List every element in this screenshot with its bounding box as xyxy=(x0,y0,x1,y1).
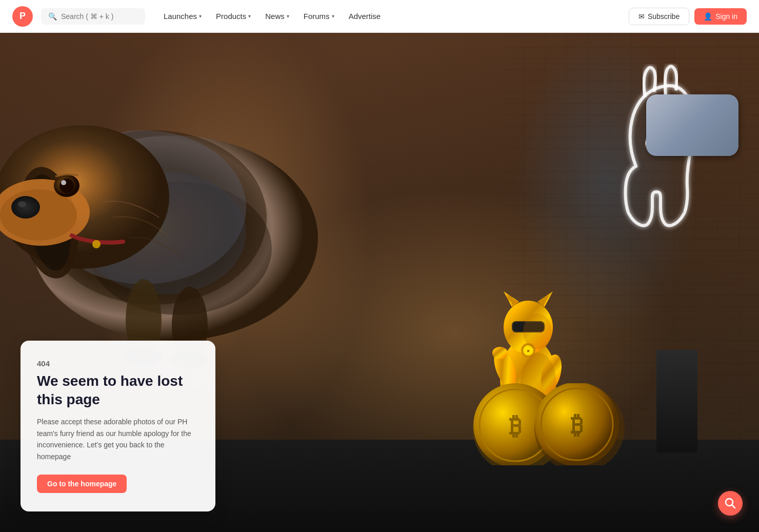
error-code: 404 xyxy=(37,359,199,368)
subscribe-button[interactable]: ✉ Subscribe xyxy=(629,8,689,25)
chevron-down-icon: ▾ xyxy=(287,13,289,19)
svg-point-37 xyxy=(523,313,552,349)
search-input[interactable] xyxy=(61,12,138,21)
svg-point-14 xyxy=(61,180,66,185)
svg-point-13 xyxy=(59,179,74,193)
fab-search-button[interactable] xyxy=(718,491,743,516)
navbar: P 🔍 Launches ▾ Products ▾ News ▾ Forums … xyxy=(0,0,759,33)
go-to-homepage-button[interactable]: Go to the homepage xyxy=(37,475,127,493)
svg-point-11 xyxy=(18,201,26,207)
email-icon: ✉ xyxy=(638,12,645,21)
search-icon: 🔍 xyxy=(48,12,57,21)
svg-text:●: ● xyxy=(527,348,530,353)
main-nav: Launches ▾ Products ▾ News ▾ Forums ▾ Ad… xyxy=(157,8,387,25)
chevron-down-icon: ▾ xyxy=(248,13,251,19)
svg-text:₿: ₿ xyxy=(509,412,522,440)
error-card: 404 We seem to have lost this page Pleas… xyxy=(21,341,215,511)
nav-item-products[interactable]: Products ▾ xyxy=(210,8,257,25)
nav-item-launches[interactable]: Launches ▾ xyxy=(157,8,208,25)
magnifier-icon xyxy=(725,498,736,509)
svg-point-34 xyxy=(492,347,508,359)
logo[interactable]: P xyxy=(12,6,33,27)
svg-point-10 xyxy=(11,196,40,219)
hero-section: ● xyxy=(0,33,759,532)
nav-item-news[interactable]: News ▾ xyxy=(259,8,295,25)
coins-svg: ₿ ₿ xyxy=(467,383,631,465)
chevron-down-icon: ▾ xyxy=(199,13,202,19)
nav-item-advertise[interactable]: Advertise xyxy=(343,8,387,25)
svg-line-49 xyxy=(732,505,735,508)
user-icon: 👤 xyxy=(704,12,712,21)
svg-point-15 xyxy=(92,240,101,248)
cushion xyxy=(646,94,738,156)
nav-item-forums[interactable]: Forums ▾ xyxy=(297,8,341,25)
svg-text:₿: ₿ xyxy=(571,411,583,439)
neon-stand xyxy=(656,350,697,452)
svg-point-9 xyxy=(0,189,77,241)
error-title: We seem to have lost this page xyxy=(37,372,199,409)
error-description: Please accept these adorable photos of o… xyxy=(37,416,199,462)
bitcoin-coins: ₿ ₿ xyxy=(467,383,631,465)
search-bar[interactable]: 🔍 xyxy=(41,8,145,25)
chevron-down-icon: ▾ xyxy=(332,13,334,19)
nav-actions: ✉ Subscribe 👤 Sign in xyxy=(629,8,747,25)
signin-button[interactable]: 👤 Sign in xyxy=(694,8,747,25)
